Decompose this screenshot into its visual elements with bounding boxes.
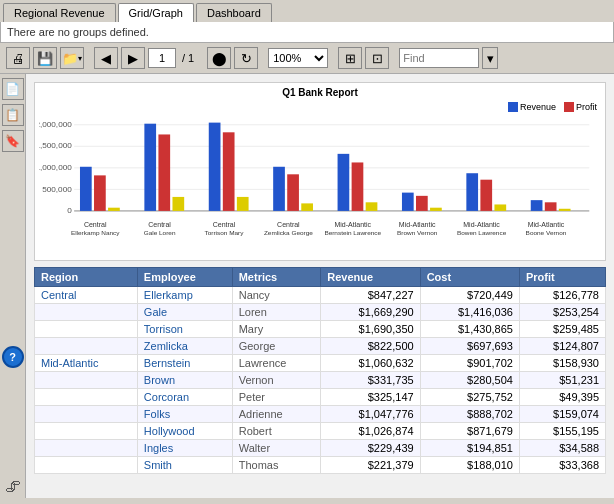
employee-cell: Hollywood	[137, 423, 232, 440]
profit-cell: $49,395	[519, 389, 605, 406]
cost-cell: $1,416,036	[420, 304, 519, 321]
svg-rect-25	[273, 167, 285, 211]
back-button[interactable]: ◀	[94, 47, 118, 69]
cost-cell: $697,693	[420, 338, 519, 355]
svg-rect-42	[494, 204, 506, 210]
employee-cell: Gale	[137, 304, 232, 321]
groups-bar: There are no groups defined.	[0, 22, 614, 43]
find-input[interactable]	[399, 48, 479, 68]
employee-cell: Zemlicka	[137, 338, 232, 355]
tab-dashboard[interactable]: Dashboard	[196, 3, 272, 22]
metrics-cell: Peter	[232, 389, 321, 406]
metrics-cell: George	[232, 338, 321, 355]
profit-cell: $51,231	[519, 372, 605, 389]
svg-rect-31	[352, 162, 364, 210]
svg-text:1,000,000: 1,000,000	[39, 163, 72, 172]
metrics-cell: Loren	[232, 304, 321, 321]
profit-cell: $155,195	[519, 423, 605, 440]
region-cell	[35, 406, 138, 423]
col-header-cost: Cost	[420, 268, 519, 287]
col-header-profit: Profit	[519, 268, 605, 287]
profit-cell: $259,485	[519, 321, 605, 338]
metrics-cell: Adrienne	[232, 406, 321, 423]
employee-cell: Ingles	[137, 440, 232, 457]
revenue-cell: $1,690,350	[321, 321, 420, 338]
tab-regional-revenue[interactable]: Regional Revenue	[3, 3, 116, 22]
employee-cell: Corcoran	[137, 389, 232, 406]
revenue-cell: $325,147	[321, 389, 420, 406]
svg-rect-30	[338, 154, 350, 211]
table-row: BrownVernon$331,735$280,504$51,231	[35, 372, 606, 389]
fit-width-button[interactable]: ⊡	[365, 47, 389, 69]
revenue-cell: $1,669,290	[321, 304, 420, 321]
revenue-cell: $822,500	[321, 338, 420, 355]
svg-rect-16	[158, 134, 170, 210]
region-cell	[35, 338, 138, 355]
revenue-cell: $1,026,874	[321, 423, 420, 440]
forward-button[interactable]: ▶	[121, 47, 145, 69]
legend-revenue: Revenue	[508, 102, 556, 112]
fit-page-button[interactable]: ⊞	[338, 47, 362, 69]
employee-cell: Bernstein	[137, 355, 232, 372]
find-dropdown-button[interactable]: ▾	[482, 47, 498, 69]
col-header-employee: Employee	[137, 268, 232, 287]
table-row: GaleLoren$1,669,290$1,416,036$253,254	[35, 304, 606, 321]
table-row: TorrisonMary$1,690,350$1,430,865$259,485	[35, 321, 606, 338]
svg-text:Ellerkamp Nancy: Ellerkamp Nancy	[71, 229, 121, 236]
employee-cell: Ellerkamp	[137, 287, 232, 304]
sidebar-help-button[interactable]: ?	[2, 346, 24, 368]
profit-cell: $34,588	[519, 440, 605, 457]
svg-rect-26	[287, 174, 299, 211]
region-cell	[35, 457, 138, 474]
svg-text:Torrison Mary: Torrison Mary	[205, 229, 245, 236]
cost-cell: $901,702	[420, 355, 519, 372]
table-row: CentralEllerkampNancy$847,227$720,449$12…	[35, 287, 606, 304]
chart-title: Q1 Bank Report	[39, 87, 601, 98]
svg-rect-15	[144, 124, 156, 211]
svg-text:0: 0	[67, 206, 72, 215]
svg-rect-10	[80, 167, 92, 211]
sidebar-new-button[interactable]: 📄	[2, 78, 24, 100]
tab-grid-graph[interactable]: Grid/Graph	[118, 3, 194, 22]
metrics-cell: Walter	[232, 440, 321, 457]
save-button[interactable]: 💾	[33, 47, 57, 69]
cost-cell: $720,449	[420, 287, 519, 304]
stop-button[interactable]: ⬤	[207, 47, 231, 69]
svg-rect-22	[237, 197, 249, 211]
refresh-button[interactable]: ↻	[234, 47, 258, 69]
page-input[interactable]	[148, 48, 176, 68]
cost-cell: $871,679	[420, 423, 519, 440]
sidebar: 📄 📋 🔖 ? 🖇	[0, 74, 26, 498]
svg-text:1,500,000: 1,500,000	[39, 142, 72, 151]
svg-text:2,000,000: 2,000,000	[39, 120, 72, 129]
report-area: Q1 Bank Report Revenue Profit 2,000,000 …	[26, 74, 614, 498]
svg-rect-20	[209, 123, 221, 211]
print-button[interactable]: 🖨	[6, 47, 30, 69]
region-cell	[35, 423, 138, 440]
svg-text:Zemlicka George: Zemlicka George	[264, 229, 314, 236]
region-cell: Mid-Atlantic	[35, 355, 138, 372]
cost-cell: $188,010	[420, 457, 519, 474]
svg-text:Mid-Atlantic: Mid-Atlantic	[334, 221, 371, 228]
open-button[interactable]: 📁▾	[60, 47, 84, 69]
sidebar-copy-button[interactable]: 📋	[2, 104, 24, 126]
toolbar: 🖨 💾 📁▾ ◀ ▶ / 1 ⬤ ↻ 100% 75% 50% 150% ⊞ ⊡…	[0, 43, 614, 74]
svg-text:Gale Loren: Gale Loren	[144, 229, 176, 236]
metrics-cell: Nancy	[232, 287, 321, 304]
chart-container: Q1 Bank Report Revenue Profit 2,000,000 …	[34, 82, 606, 261]
svg-rect-35	[402, 193, 414, 211]
sidebar-bookmark-button[interactable]: 🔖	[2, 130, 24, 152]
revenue-cell: $1,047,776	[321, 406, 420, 423]
col-header-metrics: Metrics	[232, 268, 321, 287]
col-header-region: Region	[35, 268, 138, 287]
region-cell: Central	[35, 287, 138, 304]
region-cell	[35, 304, 138, 321]
svg-text:Central: Central	[148, 221, 171, 228]
zoom-select[interactable]: 100% 75% 50% 150%	[268, 48, 328, 68]
sidebar-paperclip-button[interactable]: 🖇	[2, 476, 24, 498]
svg-rect-11	[94, 175, 106, 211]
region-cell	[35, 389, 138, 406]
svg-text:Central: Central	[213, 221, 236, 228]
metrics-cell: Robert	[232, 423, 321, 440]
svg-text:Mid-Atlantic: Mid-Atlantic	[399, 221, 436, 228]
